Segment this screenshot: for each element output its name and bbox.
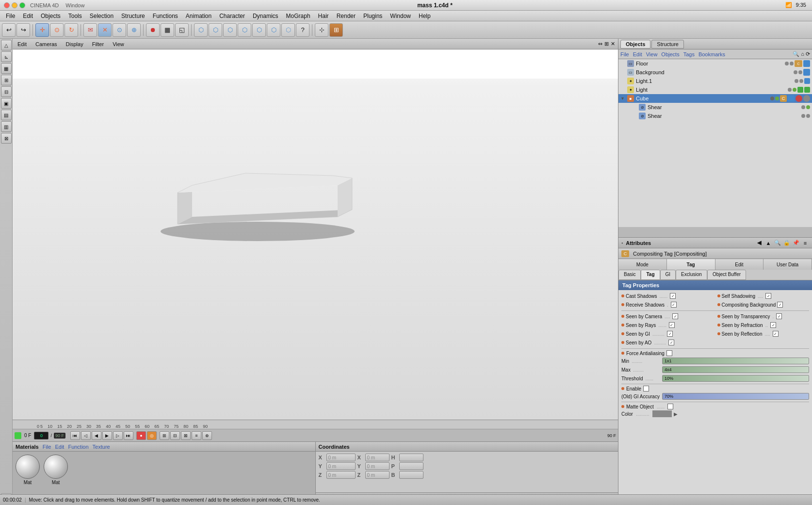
- light-tag-2[interactable]: [804, 87, 810, 93]
- matte-object-checkbox[interactable]: [667, 404, 673, 409]
- record-button[interactable]: ⏺: [146, 23, 160, 37]
- viewport-edit-menu[interactable]: Edit: [16, 41, 29, 48]
- object-row-light1[interactable]: ✦ Light.1: [618, 77, 812, 85]
- cylinder-button[interactable]: ⬡: [223, 23, 237, 37]
- b-input[interactable]: [399, 471, 423, 479]
- bg-tag[interactable]: [803, 69, 810, 76]
- rotate-tool-button[interactable]: ↻: [65, 23, 78, 37]
- seen-by-reflection-checkbox[interactable]: [773, 331, 779, 337]
- gi-accuracy-field[interactable]: 70%: [662, 393, 809, 400]
- attrs-menu-icon[interactable]: ≡: [801, 239, 809, 247]
- extra-btn-4[interactable]: ≡: [192, 431, 201, 440]
- sub-tab-objects[interactable]: Objects: [661, 51, 679, 57]
- viewport-view-menu[interactable]: View: [111, 41, 126, 48]
- menu-tools[interactable]: Tools: [65, 12, 86, 20]
- material-ball-0[interactable]: [16, 455, 40, 479]
- menu-functions[interactable]: Functions: [149, 12, 182, 20]
- materials-function-menu[interactable]: Function: [68, 444, 88, 450]
- left-tool-8[interactable]: ▥: [1, 121, 12, 132]
- left-tool-5[interactable]: ⊟: [1, 86, 12, 97]
- enable-checkbox[interactable]: [643, 386, 649, 391]
- sub-tab-file[interactable]: File: [620, 51, 629, 57]
- sub-tab-tag[interactable]: Tag: [641, 270, 660, 280]
- h-input[interactable]: [399, 454, 423, 461]
- rect-select-button[interactable]: ✕: [98, 23, 112, 37]
- y-size-input[interactable]: [365, 462, 390, 470]
- left-tool-9[interactable]: ⊠: [1, 133, 12, 144]
- cube-compositing-tag[interactable]: C: [780, 95, 787, 102]
- object-row-light[interactable]: ✦ Light: [618, 85, 812, 94]
- snap-button[interactable]: ⊹: [315, 23, 328, 37]
- refresh-icon[interactable]: ⟳: [806, 51, 810, 57]
- sweep-button[interactable]: ⬡: [281, 23, 295, 37]
- x-size-input[interactable]: [365, 454, 390, 461]
- left-tool-2[interactable]: ⊾: [1, 51, 12, 62]
- materials-file-menu[interactable]: File: [43, 444, 51, 450]
- menu-file[interactable]: File: [2, 12, 19, 20]
- attrs-tab-mode[interactable]: Mode: [618, 259, 667, 270]
- minimize-button[interactable]: [12, 2, 17, 8]
- seen-by-transparency-checkbox[interactable]: [776, 313, 782, 319]
- light1-tag[interactable]: [804, 78, 810, 84]
- go-to-end-button[interactable]: ⏭: [124, 431, 133, 440]
- attrs-search-icon[interactable]: 🔍: [774, 239, 781, 247]
- go-to-start-button[interactable]: ⏮: [70, 431, 80, 440]
- menu-hair[interactable]: Hair: [314, 12, 333, 20]
- viewport-filter-menu[interactable]: Filter: [90, 41, 106, 48]
- home-icon[interactable]: ⌂: [801, 51, 804, 57]
- viewport-cameras-menu[interactable]: Cameras: [33, 41, 59, 48]
- help-button[interactable]: ?: [296, 23, 309, 37]
- cube-symbol-tag[interactable]: [796, 95, 802, 102]
- cube-primitive-button[interactable]: ⬡: [194, 23, 208, 37]
- floor-display-tag[interactable]: [803, 60, 810, 67]
- light-vis-dot-1[interactable]: [788, 88, 792, 92]
- force-aa-checkbox[interactable]: [666, 350, 672, 356]
- left-tool-1[interactable]: △: [1, 40, 12, 50]
- seen-by-ao-checkbox[interactable]: [668, 340, 674, 345]
- light1-vis-dot-2[interactable]: [799, 79, 803, 83]
- seen-by-camera-checkbox[interactable]: [672, 313, 678, 319]
- material-item-0[interactable]: Mat: [16, 455, 40, 485]
- extra-btn-1[interactable]: ⊞: [160, 431, 169, 440]
- menu-dynamics[interactable]: Dynamics: [249, 12, 282, 20]
- z-position-input[interactable]: [326, 471, 356, 479]
- attrs-up-icon[interactable]: ▲: [764, 239, 772, 247]
- menu-help[interactable]: Help: [415, 12, 435, 20]
- menu-plugins[interactable]: Plugins: [359, 12, 386, 20]
- cast-shadows-checkbox[interactable]: [670, 293, 676, 299]
- light-vis-dot-2[interactable]: [793, 88, 796, 92]
- floor-vis-dot-2[interactable]: [790, 62, 794, 65]
- y-position-input[interactable]: [326, 462, 356, 470]
- seen-by-refraction-checkbox[interactable]: [770, 322, 776, 328]
- sub-tab-basic[interactable]: Basic: [618, 270, 641, 280]
- left-tool-6[interactable]: ▣: [1, 98, 12, 109]
- cube-display-tag[interactable]: [788, 95, 795, 102]
- threshold-value-field[interactable]: 10%: [662, 375, 809, 382]
- attrs-pin-icon[interactable]: 📌: [792, 239, 800, 247]
- viewport-3d[interactable]: [13, 49, 618, 420]
- attrs-back-icon[interactable]: ◀: [755, 239, 763, 247]
- attrs-tab-edit[interactable]: Edit: [715, 259, 764, 270]
- close-button[interactable]: [4, 2, 10, 8]
- menu-character[interactable]: Character: [215, 12, 249, 20]
- p-input[interactable]: [399, 462, 423, 470]
- attrs-lock-icon[interactable]: 🔒: [783, 239, 791, 247]
- expand-icon[interactable]: ⇔: [598, 41, 602, 47]
- menu-selection[interactable]: Selection: [86, 12, 117, 20]
- sub-tab-exclusion[interactable]: Exclusion: [676, 270, 707, 280]
- sub-tab-gi[interactable]: GI: [660, 270, 676, 280]
- torus-button[interactable]: ⬡: [252, 23, 266, 37]
- sub-tab-tags[interactable]: Tags: [683, 51, 695, 57]
- color-expand-button[interactable]: ▶: [674, 411, 678, 417]
- compositing-bg-checkbox[interactable]: [777, 302, 783, 308]
- poly-select-button[interactable]: ⊕: [127, 23, 141, 37]
- left-tool-3[interactable]: ▦: [1, 63, 12, 74]
- viewport-display-menu[interactable]: Display: [64, 41, 85, 48]
- sub-tab-object-buffer[interactable]: Object Buffer: [707, 270, 746, 280]
- material-item-1[interactable]: Mat: [44, 455, 68, 485]
- object-row-shear-2[interactable]: ⊘ Shear: [630, 112, 812, 120]
- min-value-field[interactable]: 1x1: [662, 358, 809, 364]
- step-back-button[interactable]: ◁: [81, 431, 91, 440]
- grid-button[interactable]: ⊞: [329, 23, 343, 37]
- object-row-shear-1[interactable]: ⊘ Shear: [630, 103, 812, 112]
